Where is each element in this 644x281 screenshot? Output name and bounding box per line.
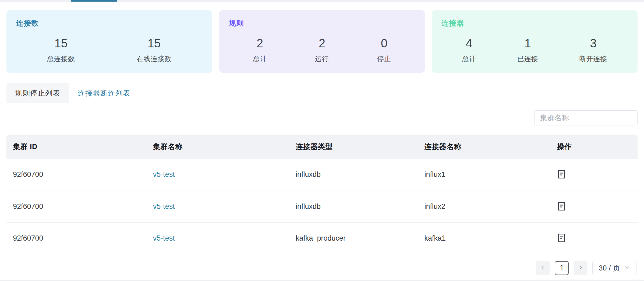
- chevron-left-icon: [540, 265, 546, 271]
- stat-label: 已连接: [517, 54, 538, 63]
- card-title-rules: 规则: [229, 18, 415, 28]
- cluster-name-link[interactable]: v5-test: [153, 202, 175, 210]
- row-detail-button[interactable]: [557, 201, 566, 212]
- parent-active-tab-indicator: [71, 0, 117, 2]
- col-header-connector-type: 连接器类型: [289, 135, 418, 159]
- cell-connector-type: kafka_producer: [289, 222, 418, 254]
- cluster-name-search-input[interactable]: [534, 110, 638, 125]
- stat-value: 4: [462, 37, 476, 50]
- cluster-name-link[interactable]: v5-test: [153, 170, 175, 178]
- row-detail-button[interactable]: [557, 169, 566, 180]
- stat-label: 停止: [377, 54, 391, 63]
- col-header-cluster-name: 集群名称: [147, 135, 289, 159]
- stat-rules-running: 2 运行: [315, 37, 329, 63]
- stat-online-connections: 15 在线连接数: [137, 37, 172, 63]
- stat-connectors-disconnected: 3 断开连接: [579, 37, 607, 63]
- stat-value: 0: [377, 37, 391, 50]
- col-header-connector-name: 连接器名称: [418, 135, 551, 159]
- stat-label: 总计: [462, 54, 476, 63]
- search-row: [0, 110, 644, 125]
- page-size-select[interactable]: 30 / 页: [592, 261, 636, 275]
- stat-value: 3: [579, 37, 607, 50]
- stat-connectors-connected: 1 已连接: [517, 37, 538, 63]
- card-stats: 4 总计 1 已连接 3 断开连接: [441, 37, 628, 63]
- tab-rule-stopped-list[interactable]: 规则停止列表: [6, 83, 69, 103]
- table-header-row: 集群 ID 集群名称 连接器类型 连接器名称 操作: [6, 135, 638, 159]
- chevron-down-icon: [624, 264, 630, 272]
- stat-card-connections: 连接数 15 总连接数 15 在线连接数: [6, 10, 212, 73]
- cell-connector-type: influxdb: [289, 191, 418, 222]
- table-row: 92f60700 v5-test kafka_producer kafka1: [6, 222, 638, 254]
- stat-label: 总计: [253, 54, 267, 63]
- stat-value: 1: [517, 37, 538, 50]
- cell-cluster-id: 92f60700: [6, 191, 147, 222]
- page-size-label: 30 / 页: [599, 263, 620, 273]
- card-title-connectors: 连接器: [441, 18, 628, 28]
- stat-value: 15: [47, 37, 75, 50]
- page-bottom-edge: [0, 279, 644, 281]
- document-detail-icon: [558, 175, 565, 179]
- page-number-button[interactable]: 1: [555, 261, 569, 275]
- card-title-connections: 连接数: [16, 18, 203, 28]
- tab-label: 规则停止列表: [15, 88, 60, 98]
- cell-connector-type: influxdb: [289, 159, 418, 191]
- card-stats: 2 总计 2 运行 0 停止: [229, 37, 415, 63]
- cell-connector-name: kafka1: [418, 222, 551, 254]
- stat-card-connectors: 连接器 4 总计 1 已连接 3 断开连接: [432, 10, 638, 73]
- chevron-right-icon: [578, 265, 583, 271]
- row-detail-button[interactable]: [557, 233, 566, 243]
- stat-value: 2: [315, 37, 329, 50]
- cell-connector-name: influx1: [418, 159, 551, 191]
- stat-card-rules: 规则 2 总计 2 运行 0 停止: [219, 10, 425, 73]
- stat-label: 断开连接: [579, 54, 607, 63]
- prev-page-button[interactable]: [536, 261, 550, 275]
- cell-cluster-id: 92f60700: [6, 222, 147, 254]
- cell-cluster-id: 92f60700: [6, 159, 147, 191]
- stat-value: 2: [253, 37, 267, 50]
- stat-total-connections: 15 总连接数: [47, 37, 75, 63]
- stat-rules-stopped: 0 停止: [377, 37, 391, 63]
- stat-label: 总连接数: [47, 54, 75, 63]
- document-detail-icon: [558, 207, 565, 211]
- col-header-cluster-id: 集群 ID: [6, 135, 147, 159]
- stat-cards-row: 连接数 15 总连接数 15 在线连接数 规则 2 总计 2 运行 0: [0, 0, 644, 73]
- pagination: 1 30 / 页: [0, 261, 644, 275]
- table-row: 92f60700 v5-test influxdb influx1: [6, 159, 638, 191]
- document-detail-icon: [558, 239, 565, 243]
- tab-label: 连接器断连列表: [78, 88, 130, 98]
- col-header-actions: 操作: [550, 135, 638, 159]
- stat-rules-total: 2 总计: [253, 37, 267, 63]
- tab-connector-disconnected-list[interactable]: 连接器断连列表: [69, 83, 139, 103]
- connector-disconnected-table: 集群 ID 集群名称 连接器类型 连接器名称 操作 92f60700 v5-te…: [6, 135, 638, 254]
- table-row: 92f60700 v5-test influxdb influx2: [6, 191, 638, 222]
- stat-value: 15: [137, 37, 172, 50]
- stat-label: 在线连接数: [137, 54, 172, 63]
- list-tabs: 规则停止列表 连接器断连列表: [0, 83, 644, 103]
- stat-connectors-total: 4 总计: [462, 37, 476, 63]
- card-stats: 15 总连接数 15 在线连接数: [16, 37, 203, 63]
- next-page-button[interactable]: [574, 261, 588, 275]
- cluster-name-link[interactable]: v5-test: [153, 234, 175, 242]
- cell-connector-name: influx2: [418, 191, 551, 222]
- stat-label: 运行: [315, 54, 329, 63]
